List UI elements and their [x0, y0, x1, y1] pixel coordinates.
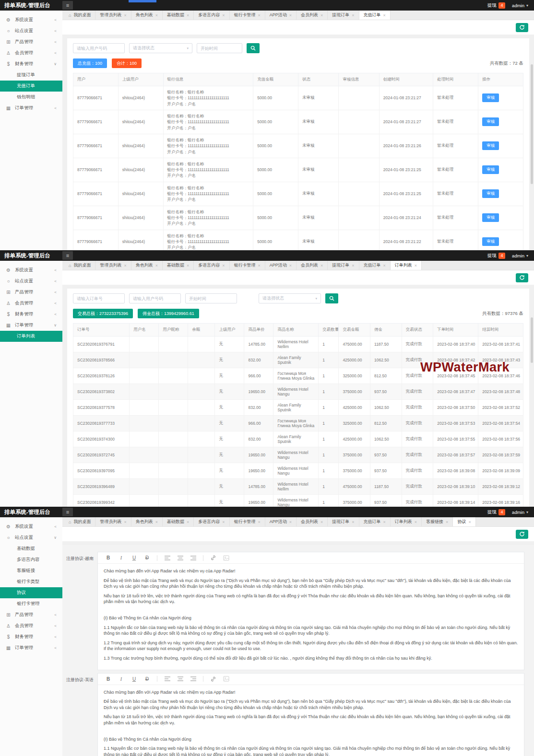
sidebar-item[interactable]: ♙ 会员管理 < [0, 47, 62, 58]
tab-close-icon[interactable]: × [352, 263, 354, 268]
tab-close-icon[interactable]: × [187, 263, 189, 268]
start-time-input[interactable] [185, 293, 237, 303]
tab-close-icon[interactable]: × [383, 520, 386, 524]
refresh-button[interactable] [516, 23, 528, 32]
tab-close-icon[interactable]: × [222, 263, 225, 268]
user-number-input[interactable] [73, 43, 125, 53]
audit-button[interactable]: 审核 [482, 93, 499, 102]
tab[interactable]: 提现订单 × [328, 261, 359, 270]
hamburger-menu-icon[interactable]: ≡ [62, 508, 73, 516]
sidebar-item[interactable]: ⚙ 系统设置 < [0, 265, 62, 276]
sidebar-item[interactable]: ○ 站点设置 ∨ [0, 532, 62, 543]
align-right-icon[interactable] [187, 673, 200, 685]
tab[interactable]: 银行卡管理 × [230, 261, 265, 270]
tab[interactable]: 角色列表 × [131, 517, 163, 526]
tab-close-icon[interactable]: × [222, 520, 225, 524]
sidebar-subitem[interactable]: 订单列表 [0, 331, 62, 342]
user-menu[interactable]: admin [512, 510, 524, 515]
tab[interactable]: 充值订单 × [359, 11, 391, 20]
sidebar-item[interactable]: ○ 站点设置 < [0, 25, 62, 36]
tab[interactable]: 会员列表 × [297, 261, 328, 270]
order-number-input[interactable] [73, 293, 125, 303]
tab-close-icon[interactable]: × [468, 520, 471, 524]
audit-button[interactable]: 审核 [482, 141, 499, 150]
image-icon[interactable] [220, 673, 233, 685]
tab-close-icon[interactable]: × [258, 13, 261, 18]
sidebar-item[interactable]: ⊞ 产品管理 < [0, 36, 62, 47]
sidebar-item[interactable]: ▦ 订单管理 < [0, 642, 62, 653]
sidebar-item[interactable]: ⚙ 系统设置 < [0, 14, 62, 25]
tab-close-icon[interactable]: × [258, 520, 261, 524]
user-number-input[interactable] [129, 293, 181, 303]
editor-content[interactable]: Chào mừng bạn đến với App Radar và các n… [98, 564, 524, 670]
tab-close-icon[interactable]: × [124, 520, 126, 524]
tab[interactable]: 管理员列表 × [95, 517, 131, 526]
sidebar-subitem[interactable]: 银行卡管理 [0, 598, 62, 609]
sidebar-item[interactable]: $ 财务管理 ∨ [0, 58, 62, 70]
sidebar-item[interactable]: ⊞ 产品管理 < [0, 609, 62, 620]
search-button[interactable] [247, 43, 260, 53]
sidebar-subitem[interactable]: 银行卡类型 [0, 576, 62, 587]
sidebar-item[interactable]: ○ 站点设置 < [0, 276, 62, 287]
tab[interactable]: 基础数据 × [163, 517, 194, 526]
tab[interactable]: 订单列表 × [391, 261, 422, 270]
sidebar-subitem[interactable]: 协议 [0, 587, 62, 598]
sidebar-subitem[interactable]: 提现订单 [0, 70, 62, 81]
tab[interactable]: 多语言内容 × [194, 517, 229, 526]
tab-close-icon[interactable]: × [289, 13, 292, 18]
withdraw-count-badge[interactable]: 4 [498, 2, 505, 9]
audit-button[interactable]: 审核 [482, 237, 499, 246]
tab-close-icon[interactable]: × [320, 520, 323, 524]
link-icon[interactable] [207, 673, 220, 685]
tab[interactable]: 会员列表 × [297, 11, 328, 20]
tab[interactable]: 会员列表 × [297, 517, 328, 526]
tab-close-icon[interactable]: × [187, 520, 189, 524]
tab-close-icon[interactable]: × [155, 520, 158, 524]
sidebar-item[interactable]: ⊞ 产品管理 < [0, 287, 62, 298]
image-icon[interactable] [220, 552, 233, 564]
sidebar-subitem[interactable]: 钱包明细 [0, 92, 62, 103]
sidebar-item[interactable]: ♙ 会员管理 < [0, 298, 62, 309]
tab[interactable]: ⌂ 我的桌面 [64, 11, 95, 20]
tab-close-icon[interactable]: × [446, 520, 448, 524]
tab-close-icon[interactable]: × [415, 263, 417, 268]
strikethrough-icon[interactable]: Đ [141, 552, 154, 564]
withdraw-link[interactable]: 提现 [487, 253, 497, 259]
tab-close-icon[interactable]: × [155, 263, 158, 268]
tab[interactable]: 角色列表 × [131, 261, 163, 270]
user-menu[interactable]: admin [512, 3, 524, 8]
tab[interactable]: APP活动 × [265, 261, 297, 270]
audit-button[interactable]: 审核 [482, 213, 499, 222]
start-time-input[interactable] [197, 43, 242, 53]
tab-close-icon[interactable]: × [258, 263, 261, 268]
tab[interactable]: 订单列表 × [391, 517, 422, 526]
link-icon[interactable] [207, 552, 220, 564]
bold-icon[interactable]: B [102, 673, 115, 685]
audit-button[interactable]: 审核 [482, 189, 499, 198]
tab-close-icon[interactable]: × [222, 13, 225, 18]
align-left-icon[interactable] [161, 552, 174, 564]
sidebar-item[interactable]: ▦ 订单管理 < [0, 103, 62, 114]
align-left-icon[interactable] [161, 673, 174, 685]
search-button[interactable] [325, 293, 338, 303]
rich-text-editor[interactable]: B I U Đ [97, 552, 524, 670]
tab[interactable]: 客服链接 × [422, 517, 453, 526]
sidebar-subitem[interactable]: 充值订单 [0, 81, 62, 92]
tab[interactable]: 基础数据 × [163, 261, 194, 270]
tab[interactable]: 多语言内容 × [194, 11, 229, 20]
tab-close-icon[interactable]: × [383, 263, 386, 268]
status-select[interactable]: 请选择状态 ▾ [259, 293, 321, 303]
tab-close-icon[interactable]: × [415, 520, 417, 524]
tab[interactable]: APP活动 × [265, 11, 297, 20]
italic-icon[interactable]: I [115, 673, 128, 685]
tab[interactable]: 管理员列表 × [95, 261, 131, 270]
audit-button[interactable]: 审核 [482, 165, 499, 174]
tab[interactable]: ⌂ 我的桌面 [64, 261, 95, 270]
sidebar-subitem[interactable]: 客服链接 [0, 565, 62, 576]
align-center-icon[interactable] [174, 673, 187, 685]
tab[interactable]: APP活动 × [265, 517, 297, 526]
hamburger-menu-icon[interactable]: ≡ [62, 1, 73, 10]
underline-icon[interactable]: U [128, 673, 141, 685]
tab[interactable]: ⌂ 我的桌面 [64, 517, 95, 526]
rich-text-editor[interactable]: B I U Đ [97, 673, 524, 756]
